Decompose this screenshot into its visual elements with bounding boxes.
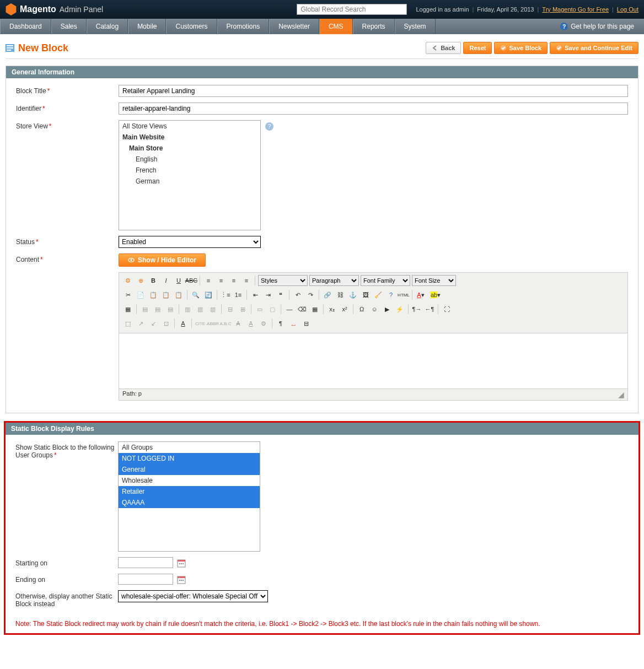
status-select[interactable]: Enabled	[119, 236, 261, 248]
widget-icon[interactable]: ⚙	[122, 275, 133, 286]
attribs-icon[interactable]: ⚙	[258, 318, 269, 329]
align-center-icon[interactable]: ≡	[216, 275, 227, 286]
store-view-select[interactable]: All Store Views Main Website Main Store …	[119, 120, 261, 230]
nbsp-icon[interactable]: ⎵	[288, 318, 299, 329]
group-option[interactable]: NOT LOGGED IN	[119, 453, 260, 464]
nav-system[interactable]: System	[395, 19, 436, 34]
store-view-option[interactable]: Main Website	[119, 132, 260, 143]
absolute-icon[interactable]: ⊡	[160, 318, 171, 329]
group-option[interactable]: All Groups	[119, 442, 260, 453]
split-cells-icon[interactable]: ⊟	[224, 304, 235, 315]
show-hide-editor-button[interactable]: Show / Hide Editor	[119, 253, 206, 267]
nav-promotions[interactable]: Promotions	[217, 19, 270, 34]
store-view-option[interactable]: All Store Views	[119, 121, 260, 132]
nav-mobile[interactable]: Mobile	[128, 19, 166, 34]
nav-cms[interactable]: CMS	[319, 19, 353, 34]
variable-icon[interactable]: ⊕	[135, 275, 146, 286]
group-option[interactable]: General	[119, 464, 260, 475]
unlink-icon[interactable]: ⛓	[335, 289, 346, 300]
media-icon[interactable]: ▶	[382, 304, 393, 315]
group-option[interactable]: Retailer	[119, 486, 260, 497]
col-delete-icon[interactable]: ▥	[207, 304, 218, 315]
font-size-select[interactable]: Font Size	[412, 275, 456, 286]
help-editor-icon[interactable]: ?	[385, 289, 396, 300]
otherwise-select[interactable]: wholesale-special-offer: Wholesale Speci…	[118, 590, 268, 602]
resize-handle-icon[interactable]: ◢	[616, 390, 624, 399]
styles-select[interactable]: Styles	[258, 275, 308, 286]
row-before-icon[interactable]: ▤	[139, 304, 151, 315]
charmap-icon[interactable]: Ω	[356, 304, 367, 315]
abbr-icon[interactable]: ABBR	[207, 318, 218, 329]
bold-icon[interactable]: B	[148, 275, 159, 286]
pagebreak-icon[interactable]: ⊟	[300, 318, 312, 329]
nav-help[interactable]: ? Get help for this page	[560, 23, 644, 30]
editor-content-area[interactable]	[119, 333, 627, 389]
outdent-icon[interactable]: ⇤	[250, 289, 261, 300]
block-title-input[interactable]	[119, 85, 628, 97]
move-back-icon[interactable]: ↙	[148, 318, 159, 329]
fullscreen-icon[interactable]: ⛶	[441, 304, 452, 315]
nav-dashboard[interactable]: Dashboard	[0, 19, 51, 34]
html-icon[interactable]: HTML	[398, 289, 409, 300]
number-list-icon[interactable]: 1≡	[233, 289, 244, 300]
underline-icon[interactable]: U	[173, 275, 184, 286]
strikethrough-icon[interactable]: ABC	[186, 275, 197, 286]
italic-icon[interactable]: I	[160, 275, 171, 286]
col-after-icon[interactable]: ▥	[195, 304, 206, 315]
redo-icon[interactable]: ↷	[305, 289, 316, 300]
flash-icon[interactable]: ⚡	[394, 304, 405, 315]
acronym-icon[interactable]: A.B.C	[220, 318, 231, 329]
format-select[interactable]: Paragraph	[309, 275, 359, 286]
del-icon[interactable]: A	[233, 318, 244, 329]
group-option[interactable]: Wholesale	[119, 475, 260, 486]
row-props-icon[interactable]: ▭	[254, 304, 265, 315]
forecolor-icon[interactable]: A ▾	[415, 289, 426, 300]
align-right-icon[interactable]: ≡	[228, 275, 239, 286]
hr-icon[interactable]: —	[284, 304, 295, 315]
store-view-help-icon[interactable]: ?	[265, 122, 273, 131]
nav-catalog[interactable]: Catalog	[87, 19, 128, 34]
remove-format-icon[interactable]: ⌫	[297, 304, 308, 315]
identifier-input[interactable]	[119, 102, 628, 115]
user-groups-select[interactable]: All Groups NOT LOGGED IN General Wholesa…	[118, 441, 260, 552]
ltr-icon[interactable]: ¶→	[411, 304, 422, 315]
rtl-icon[interactable]: ←¶	[424, 304, 435, 315]
blockquote-icon[interactable]: ❝	[275, 289, 286, 300]
subscript-icon[interactable]: x₂	[326, 304, 337, 315]
store-view-option[interactable]: English	[119, 154, 260, 165]
col-before-icon[interactable]: ▥	[182, 304, 193, 315]
anchor-icon[interactable]: ⚓	[347, 289, 358, 300]
table-icon[interactable]: ▦	[122, 304, 133, 315]
indent-icon[interactable]: ⇥	[262, 289, 273, 300]
global-search-input[interactable]	[297, 4, 407, 15]
nav-sales[interactable]: Sales	[51, 19, 87, 34]
store-view-option[interactable]: German	[119, 176, 260, 187]
link-icon[interactable]: 🔗	[322, 289, 333, 300]
emoticon-icon[interactable]: ☺	[369, 304, 380, 315]
cell-props-icon[interactable]: ▢	[267, 304, 278, 315]
paste-icon[interactable]: 📋	[148, 289, 159, 300]
merge-cells-icon[interactable]: ⊞	[237, 304, 248, 315]
try-magento-link[interactable]: Try Magento Go for Free	[542, 6, 609, 13]
row-delete-icon[interactable]: ▤	[165, 304, 176, 315]
store-view-option[interactable]: Main Store	[119, 143, 260, 154]
reset-button[interactable]: Reset	[463, 42, 492, 54]
calendar-icon[interactable]	[177, 575, 186, 584]
bullet-list-icon[interactable]: ⋮≡	[220, 289, 231, 300]
undo-icon[interactable]: ↶	[292, 289, 303, 300]
cleanup-icon[interactable]: 🧹	[373, 289, 384, 300]
paste-text-icon[interactable]: 📋	[160, 289, 171, 300]
copy-icon[interactable]: 📄	[135, 289, 146, 300]
back-button[interactable]: Back	[426, 42, 461, 54]
logout-link[interactable]: Log Out	[617, 6, 638, 13]
cite-icon[interactable]: CITE	[195, 318, 206, 329]
superscript-icon[interactable]: x²	[339, 304, 350, 315]
nav-customers[interactable]: Customers	[166, 19, 217, 34]
group-option[interactable]: QAAAA	[119, 497, 260, 508]
align-left-icon[interactable]: ≡	[203, 275, 214, 286]
image-icon[interactable]: 🖼	[360, 289, 371, 300]
find-icon[interactable]: 🔍	[190, 289, 201, 300]
nav-reports[interactable]: Reports	[353, 19, 395, 34]
visualchars-icon[interactable]: ¶	[275, 318, 286, 329]
ending-on-input[interactable]	[118, 574, 173, 585]
